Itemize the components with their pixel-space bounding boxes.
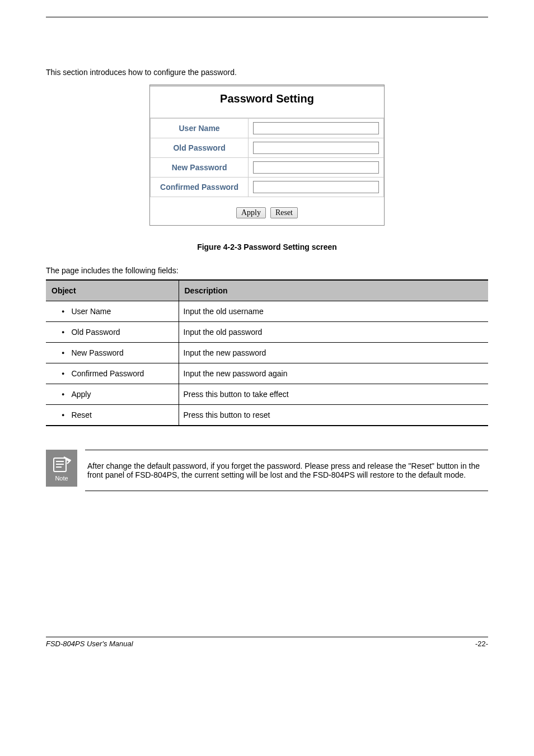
cell-object: Old Password	[71, 328, 120, 337]
bullet-icon: ●	[62, 371, 64, 376]
table-row: ● Reset Press this button to reset	[46, 405, 488, 426]
table-row: ● Apply Press this button to take effect	[46, 384, 488, 405]
bullet-icon: ●	[62, 392, 64, 397]
table-intro: The page includes the following fields:	[46, 266, 488, 275]
cell-object: Reset	[71, 410, 92, 419]
bullet-icon: ●	[62, 351, 64, 356]
bullet-icon: ●	[62, 330, 64, 335]
table-row: ● Old Password Input the old password	[46, 322, 488, 343]
apply-button[interactable]: Apply	[236, 207, 266, 218]
cell-description: Input the new password	[179, 343, 488, 363]
password-setting-form: Password Setting User Name Old Password …	[149, 85, 385, 226]
cell-object: New Password	[71, 348, 123, 357]
note-block: Note After change the default password, …	[46, 450, 488, 491]
table-row: ● User Name Input the old username	[46, 301, 488, 322]
old-password-input[interactable]	[253, 142, 379, 154]
table-row: ● New Password Input the new password	[46, 343, 488, 363]
form-title: Password Setting	[150, 85, 384, 118]
footer-page-number: -22-	[475, 640, 488, 648]
cell-description: Press this button to reset	[179, 405, 488, 426]
confirmed-password-input[interactable]	[253, 181, 379, 193]
note-icon: Note	[46, 450, 77, 487]
table-header-object: Object	[46, 280, 179, 301]
reset-button[interactable]: Reset	[270, 207, 298, 218]
label-confirmed-password: Confirmed Password	[151, 178, 249, 197]
cell-object: Apply	[71, 390, 91, 399]
parameter-table: Object Description ● User Name Input the…	[46, 279, 488, 426]
label-new-password: New Password	[151, 158, 249, 178]
intro-paragraph: This section introduces how to configure…	[46, 68, 488, 77]
note-text: After change the default password, if yo…	[85, 450, 488, 491]
label-old-password: Old Password	[151, 138, 249, 158]
top-rule	[46, 17, 488, 17]
cell-description: Input the old password	[179, 322, 488, 343]
bullet-icon: ●	[62, 413, 64, 418]
cell-description: Input the old username	[179, 301, 488, 322]
page-footer: FSD-804PS User's Manual -22-	[46, 637, 488, 648]
cell-description: Press this button to take effect	[179, 384, 488, 405]
form-fields-table: User Name Old Password New Password Conf…	[150, 118, 384, 197]
new-password-input[interactable]	[253, 161, 379, 174]
table-header-description: Description	[179, 280, 488, 301]
figure-caption: Figure 4-2-3 Password Setting screen	[46, 242, 488, 251]
cell-object: User Name	[71, 307, 111, 316]
bullet-icon: ●	[62, 309, 64, 314]
username-input[interactable]	[253, 122, 379, 134]
label-username: User Name	[151, 119, 249, 138]
table-row: ● Confirmed Password Input the new passw…	[46, 363, 488, 384]
form-button-row: Apply Reset	[150, 197, 384, 225]
cell-object: Confirmed Password	[71, 369, 144, 378]
footer-product: FSD-804PS User's Manual	[46, 640, 133, 648]
note-icon-label: Note	[55, 475, 68, 482]
cell-description: Input the new password again	[179, 363, 488, 384]
